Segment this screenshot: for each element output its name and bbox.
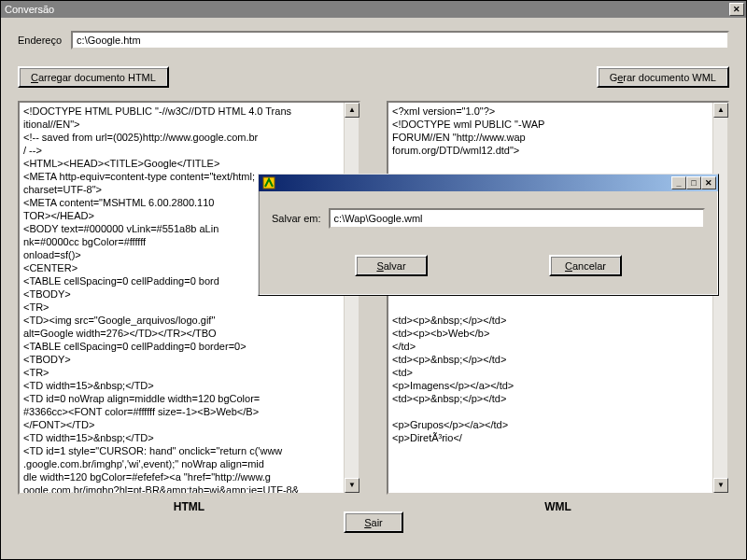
close-icon[interactable]: ✕	[701, 176, 716, 189]
address-input[interactable]	[71, 31, 729, 49]
load-html-label: Carregar documento HTML	[31, 72, 156, 83]
scroll-track[interactable]	[345, 118, 359, 478]
generate-wml-button[interactable]: Gerar documento WML	[597, 66, 729, 88]
app-icon	[262, 176, 275, 189]
wml-pane: <?xml version="1.0"?> <!DOCTYPE wml PUBL…	[387, 101, 729, 513]
cancel-button[interactable]: Cancelar	[549, 255, 622, 276]
wml-source-text: <?xml version="1.0"?> <!DOCTYPE wml PUBL…	[388, 103, 712, 493]
scroll-up-icon[interactable]: ▲	[345, 103, 359, 118]
save-dialog: _ □ ✕ Salvar em: Salvar Cancelar	[258, 174, 719, 296]
main-titlebar: Conversão ✕	[1, 1, 746, 18]
exit-button[interactable]: Sair	[344, 511, 403, 533]
dialog-buttons: Salvar Cancelar	[272, 255, 705, 280]
exit-button-wrap: Sair	[344, 511, 403, 533]
html-scrollbar[interactable]: ▲ ▼	[344, 103, 359, 493]
panes: <!DOCTYPE HTML PUBLIC "-//w3C//DTD HTML …	[18, 101, 729, 513]
address-label: Endereço	[18, 35, 62, 46]
save-path-row: Salvar em:	[272, 208, 705, 229]
save-in-label: Salvar em:	[272, 213, 321, 224]
html-source-text: <!DOCTYPE HTML PUBLIC "-//w3C//DTD HTML …	[20, 103, 344, 493]
scroll-down-icon[interactable]: ▼	[345, 478, 359, 493]
dialog-window-controls: _ □ ✕	[671, 176, 716, 189]
dialog-titlebar: _ □ ✕	[259, 175, 718, 191]
address-row: Endereço	[18, 31, 729, 49]
load-html-button[interactable]: Carregar documento HTML	[18, 66, 169, 88]
wml-scrollbar[interactable]: ▲ ▼	[712, 103, 727, 493]
toolbar-row: Carregar documento HTML Gerar documento …	[18, 66, 729, 88]
save-button[interactable]: Salvar	[355, 255, 428, 276]
maximize-icon[interactable]: □	[686, 176, 701, 189]
wml-pane-label: WML	[387, 500, 729, 513]
window-title: Conversão	[5, 4, 54, 15]
html-listbox[interactable]: <!DOCTYPE HTML PUBLIC "-//w3C//DTD HTML …	[18, 101, 360, 495]
minimize-icon[interactable]: _	[671, 176, 686, 189]
close-icon[interactable]: ✕	[729, 3, 744, 16]
scroll-down-icon[interactable]: ▼	[713, 478, 728, 493]
html-pane: <!DOCTYPE HTML PUBLIC "-//w3C//DTD HTML …	[18, 101, 360, 513]
scroll-track[interactable]	[713, 118, 727, 478]
dialog-body: Salvar em: Salvar Cancelar	[259, 191, 718, 295]
save-path-input[interactable]	[329, 208, 705, 229]
wml-listbox[interactable]: <?xml version="1.0"?> <!DOCTYPE wml PUBL…	[387, 101, 729, 495]
html-pane-label: HTML	[18, 500, 360, 513]
scroll-up-icon[interactable]: ▲	[713, 103, 728, 118]
